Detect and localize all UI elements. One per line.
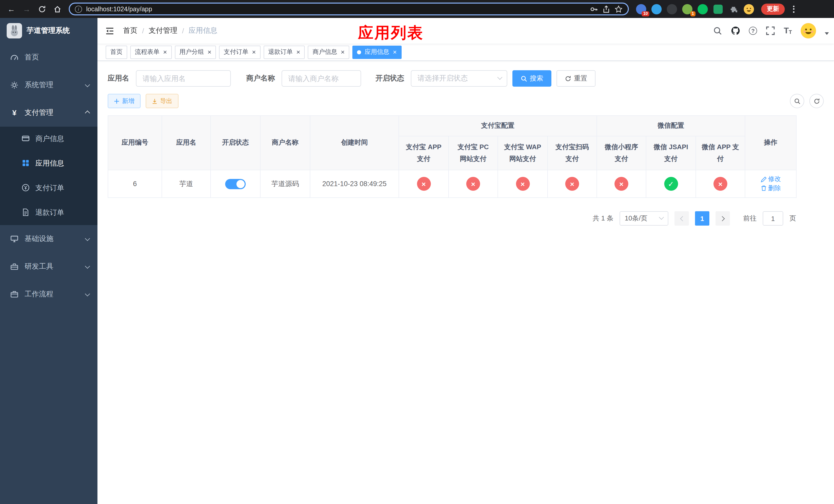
edit-button[interactable]: 修改 [761,175,781,184]
tab-merchant-info[interactable]: 商户信息 × [308,45,349,59]
reload-button[interactable] [35,2,49,16]
status-select[interactable]: 请选择开启状态 [411,70,507,87]
reset-button[interactable]: 重置 [556,70,595,87]
sidebar-item-system[interactable]: 系统管理 [0,71,97,99]
sidebar-subitem-refund-order[interactable]: 退款订单 [0,201,97,225]
sidebar-fold-button[interactable] [97,27,122,35]
tab-home[interactable]: 首页 [106,45,127,59]
prev-page-button[interactable] [675,211,689,226]
sidebar-item-label: 基础设施 [25,234,53,244]
merchant-card-icon [22,134,30,144]
caret-down-icon[interactable] [825,32,829,35]
chevron-down-icon [85,291,90,296]
col-alipay-wap: 支付宝 WAP 网站支付 [498,136,548,170]
add-button[interactable]: 新增 [108,94,140,108]
extension-icon-5[interactable] [698,4,708,14]
close-icon[interactable]: × [163,49,167,55]
fullscreen-icon [766,26,775,36]
app-logo-row[interactable]: 芋道管理系统 [0,18,97,44]
close-icon[interactable]: × [252,49,256,55]
search-icon [794,98,800,104]
browser-update-button[interactable]: 更新 [761,3,785,15]
user-avatar[interactable] [801,23,816,39]
search-icon [713,26,722,36]
merchant-name-input[interactable] [282,70,361,87]
col-wechat-jsapi: 微信 JSAPI 支付 [646,136,696,170]
page-size-select[interactable]: 10条/页 [620,211,668,226]
tab-user-group[interactable]: 用户分组 × [175,45,216,59]
tab-app-info[interactable]: 应用信息 × [352,45,401,59]
sidebar-subitem-pay-order[interactable]: 支付订单 [0,176,97,201]
refresh-icon [813,98,820,104]
sidebar-item-workflow[interactable]: 工作流程 [0,280,97,308]
browser-profile-avatar[interactable] [744,4,754,14]
cell-app-id: 6 [108,170,162,198]
toolbox-icon [10,262,19,271]
extensions-puzzle-icon[interactable] [728,4,739,14]
next-page-button[interactable] [716,211,730,226]
cell-merchant-name: 芋道源码 [260,170,310,198]
delete-button[interactable]: 删除 [761,184,781,192]
cell-wechat-lite: × [597,170,646,198]
app-name-input[interactable] [136,70,231,87]
github-button[interactable] [731,26,740,36]
merchant-name-label: 商户名称 [246,74,275,83]
sidebar-subitem-app-info[interactable]: 应用信息 [0,151,97,176]
extension-icon-1[interactable]: 10 [636,4,646,14]
export-button[interactable]: 导出 [146,94,178,108]
extension-icon-3[interactable] [667,4,677,14]
close-icon[interactable]: × [393,49,397,55]
help-button[interactable]: ? [749,27,757,35]
col-actions: 操作 [745,116,796,170]
tab-pay-order[interactable]: 支付订单 × [219,45,260,59]
page-number-1[interactable]: 1 [695,211,709,226]
sidebar-item-home[interactable]: 首页 [0,44,97,71]
extension-icon-2[interactable] [652,4,662,14]
sidebar-item-label: 系统管理 [25,81,53,90]
font-size-button[interactable]: TT [784,27,792,35]
tab-refund-order[interactable]: 退款订单 × [264,45,305,59]
breadcrumb-payment[interactable]: 支付管理 [149,26,177,36]
goto-page-input[interactable] [763,211,783,226]
breadcrumb-home[interactable]: 首页 [123,26,137,36]
tags-view-bar: 首页 流程表单 × 用户分组 × 支付订单 × 退款订单 × 商户信息 × 应用… [97,44,834,61]
refresh-table-button[interactable] [809,94,824,108]
reload-icon [38,5,46,13]
fullscreen-button[interactable] [766,26,775,36]
sidebar-subitem-merchant-info[interactable]: 商户信息 [0,127,97,151]
header-search-button[interactable] [713,26,722,36]
app-grid-icon [22,159,30,168]
page-annotation: 应用列表 [358,23,424,44]
share-icon[interactable] [602,5,610,13]
close-icon[interactable]: × [297,49,300,55]
password-key-icon[interactable] [590,5,598,13]
bookmark-star-icon[interactable] [614,5,623,13]
sidebar-item-infrastructure[interactable]: 基础设施 [0,225,97,253]
sidebar-item-label: 研发工具 [25,262,53,271]
status-toggle[interactable] [225,179,246,189]
url-text[interactable]: localhost:1024/pay/app [86,5,586,13]
close-icon[interactable]: × [207,49,211,55]
table-row: 6 芋道 芋道源码 2021-10-23 08:49:25 × × × × × … [108,170,796,198]
tab-process-form[interactable]: 流程表单 × [130,45,172,59]
search-button[interactable]: 搜索 [512,70,551,87]
toggle-search-button[interactable] [790,94,804,108]
col-alipay-app: 支付宝 APP 支付 [399,136,448,170]
font-size-icon: T [784,27,789,35]
extension-icon-4[interactable]: 1 [682,4,693,14]
home-button[interactable] [50,2,65,16]
page-size-value: 10条/页 [625,214,647,223]
extension-icon-6[interactable] [713,4,723,14]
header-actions: ? TT [713,23,834,39]
address-bar[interactable]: i localhost:1024/pay/app [69,3,629,15]
back-button[interactable]: ← [4,2,19,16]
col-app-name: 应用名 [162,116,211,170]
sidebar-item-devtools[interactable]: 研发工具 [0,253,97,280]
question-icon: ? [751,28,754,34]
sidebar-item-payment[interactable]: ¥ 支付管理 [0,99,97,127]
forward-button[interactable]: → [20,2,34,16]
close-icon[interactable]: × [341,49,345,55]
cell-status [211,170,260,198]
site-info-icon[interactable]: i [75,5,82,13]
browser-menu-button[interactable] [790,3,797,15]
